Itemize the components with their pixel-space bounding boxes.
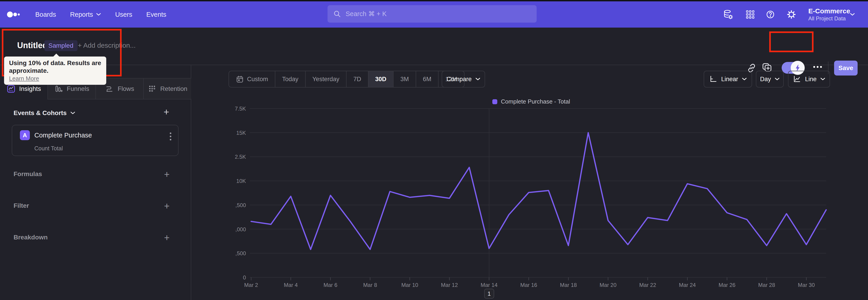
range-button-yesterday[interactable]: Yesterday [305, 71, 346, 87]
section-label: Filter [13, 202, 29, 209]
help-icon [765, 9, 775, 20]
events-cohorts-label: Events & Cohorts [13, 110, 67, 117]
learn-more-link[interactable]: Learn More [9, 75, 39, 82]
top-navbar: BoardsReportsUsersEvents [0, 1, 868, 28]
chart-type-dropdown[interactable]: Line [788, 71, 830, 88]
tab-retention[interactable]: Retention [143, 78, 191, 99]
scale-dropdown[interactable]: Linear [704, 71, 752, 88]
section-formulas: Formulas+ [0, 169, 191, 180]
tab-label: Flows [118, 85, 134, 92]
range-button-3m[interactable]: 3M [393, 71, 416, 87]
flows-icon [105, 84, 114, 93]
range-button-30d[interactable]: 30D [368, 71, 393, 87]
report-title[interactable]: Untitled [17, 41, 48, 50]
x-tick-label: Mar 26 [719, 282, 736, 288]
x-tick-label: Mar 2 [244, 282, 258, 288]
event-name[interactable]: Complete Purchase [34, 131, 92, 139]
y-tick-label: 17.5K [235, 106, 246, 112]
event-row-complete-purchase[interactable]: A Complete Purchase Count Total [12, 125, 179, 156]
line-chart-icon [793, 75, 801, 83]
compare-label: Compare [446, 76, 471, 83]
chart-type-label: Line [805, 76, 816, 83]
series-line-complete-purchase [251, 133, 826, 249]
x-tick-label: Mar 16 [520, 282, 537, 288]
insights-report-page: BoardsReportsUsersEvents [0, 0, 868, 300]
chevron-down-icon [742, 78, 747, 81]
nav-item-label: Reports [70, 11, 93, 18]
x-tick-label: Mar 22 [639, 282, 656, 288]
interval-label: Day [760, 76, 771, 83]
search-bar[interactable] [328, 5, 537, 23]
x-tick-label: Mar 4 [284, 282, 298, 288]
scale-label: Linear [721, 76, 738, 83]
report-title-bar: Untitled Sampled + Add description... [0, 28, 868, 65]
page-number: 1 [488, 290, 491, 297]
project-switcher-chevron[interactable] [850, 1, 855, 28]
sampled-badge[interactable]: Sampled [44, 40, 78, 51]
insights-icon [6, 84, 16, 93]
y-tick-label: 12.5K [235, 154, 246, 160]
chevron-down-icon [775, 78, 780, 81]
sampling-tooltip-message: Using 10% of data. Results are approxima… [9, 59, 101, 74]
range-label: Yesterday [312, 76, 339, 83]
nav-item-events[interactable]: Events [146, 11, 166, 18]
x-tick-label: Mar 20 [600, 282, 617, 288]
apps-button[interactable] [745, 1, 755, 28]
y-tick-label: 2,500 [235, 250, 246, 257]
search-input[interactable] [346, 10, 531, 18]
nav-item-reports[interactable]: Reports [70, 11, 101, 18]
event-options-button[interactable] [170, 132, 171, 140]
pagination-page-1[interactable]: 1 [484, 289, 494, 299]
project-switcher[interactable]: E-Commerce All Project Data [808, 1, 850, 28]
interval-dropdown[interactable]: Day [756, 71, 784, 88]
range-button-7d[interactable]: 7D [346, 71, 368, 87]
chevron-down-icon [96, 13, 101, 16]
chevron-down-icon [850, 13, 855, 16]
section-label: Formulas [13, 171, 42, 178]
project-scope: All Project Data [808, 15, 850, 22]
x-tick-label: Mar 10 [401, 282, 418, 288]
database-gear-icon [722, 9, 733, 20]
nav-item-label: Users [115, 11, 132, 18]
range-button-custom[interactable]: Custom [229, 71, 275, 87]
section-breakdown: Breakdown+ [0, 232, 191, 243]
x-tick-label: Mar 30 [798, 282, 815, 288]
chart-panel: CustomTodayYesterday7D30D3M6M12M Compare… [191, 65, 868, 300]
range-label: Custom [247, 76, 268, 83]
nav-item-label: Boards [35, 11, 56, 18]
x-tick-label: Mar 18 [560, 282, 577, 288]
gear-icon [786, 9, 797, 20]
range-label: 30D [375, 76, 386, 83]
add-event-button[interactable]: + [161, 107, 171, 117]
project-name: E-Commerce [808, 7, 850, 15]
y-tick-label: 7,500 [235, 202, 246, 208]
section-label: Breakdown [13, 234, 48, 241]
x-tick-label: Mar 28 [758, 282, 775, 288]
compare-button[interactable]: Compare [442, 71, 485, 88]
events-cohorts-header[interactable]: Events & Cohorts [13, 110, 75, 117]
help-button[interactable] [765, 1, 775, 28]
query-builder-sidebar: Insights Funnels Flows [0, 65, 191, 300]
x-tick-label: Mar 6 [323, 282, 337, 288]
data-management-button[interactable] [722, 1, 733, 28]
add-formulas-button[interactable]: + [162, 170, 172, 180]
event-metric-selector[interactable]: Count Total [34, 145, 63, 152]
mixpanel-logo[interactable] [6, 10, 22, 19]
add-filter-button[interactable]: + [162, 201, 172, 211]
chevron-down-icon [70, 112, 75, 115]
range-button-6m[interactable]: 6M [416, 71, 438, 87]
range-button-today[interactable]: Today [275, 71, 305, 87]
add-breakdown-button[interactable]: + [162, 233, 172, 243]
legend-swatch [492, 99, 497, 104]
y-tick-label: 0 [243, 274, 246, 280]
y-tick-label: 5,000 [235, 226, 246, 232]
x-tick-label: Mar 12 [441, 282, 458, 288]
section-filter: Filter+ [0, 201, 191, 212]
nav-item-boards[interactable]: Boards [35, 11, 56, 18]
settings-button[interactable] [786, 1, 797, 28]
funnels-icon [54, 84, 63, 93]
x-tick-label: Mar 24 [679, 282, 696, 288]
chevron-down-icon [475, 78, 480, 81]
add-description-field[interactable]: + Add description... [78, 41, 135, 49]
nav-item-users[interactable]: Users [115, 11, 132, 18]
